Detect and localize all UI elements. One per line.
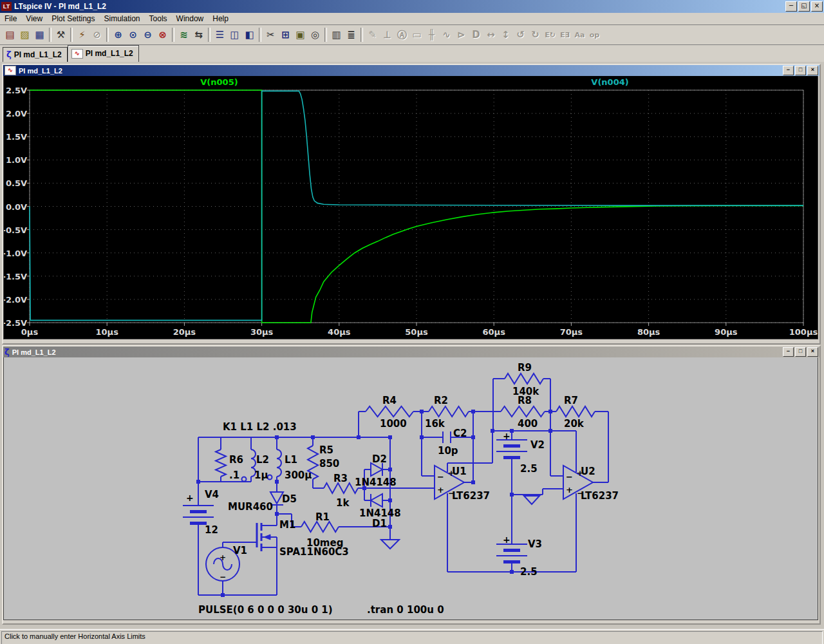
draw-wire-icon[interactable]: ✎ xyxy=(365,27,380,43)
component-symbol xyxy=(501,406,545,417)
schematic-label: 2.5 xyxy=(520,463,538,475)
toolbar-separator xyxy=(259,28,261,42)
waveform-minimize-button[interactable]: − xyxy=(783,66,794,75)
cut-icon[interactable]: ✂ xyxy=(263,27,278,43)
schematic-minimize-button[interactable]: − xyxy=(783,347,794,357)
waveform-plot-area[interactable]: 0µs10µs20µs30µs40µs50µs60µs70µs80µs90µs1… xyxy=(3,76,818,339)
schematic-label: + xyxy=(437,485,444,495)
menu-view[interactable]: View xyxy=(21,14,47,24)
component-circle xyxy=(268,475,272,480)
paste-icon[interactable]: ▣ xyxy=(293,27,308,43)
schematic-maximize-button[interactable]: □ xyxy=(795,347,806,357)
app-close-button[interactable]: × xyxy=(811,1,823,12)
halt-simulation-icon[interactable]: ⊘ xyxy=(89,27,104,43)
schematic-label: − xyxy=(577,489,583,498)
drag-icon[interactable]: ↕ xyxy=(498,27,513,43)
control-panel-icon[interactable]: ⚒ xyxy=(53,27,68,43)
schematic-label: R5 xyxy=(319,444,333,456)
waveform-close-button[interactable]: × xyxy=(807,66,818,75)
battery-plate xyxy=(190,510,207,513)
zoom-full-extents-icon[interactable]: ⊙ xyxy=(126,27,140,43)
find-icon[interactable]: ◎ xyxy=(308,27,323,43)
tab-schematic[interactable]: ζ PI md_L1_L2 xyxy=(3,47,68,62)
place-diode-icon[interactable]: ⊳ xyxy=(454,27,469,43)
schematic-label: + xyxy=(448,469,454,478)
place-capacitor-icon[interactable]: ╫ xyxy=(424,27,439,43)
menu-tools[interactable]: Tools xyxy=(145,14,172,24)
zoom-back-icon[interactable]: ⊗ xyxy=(155,27,170,43)
zoom-out-icon[interactable]: ⊖ xyxy=(140,27,155,43)
print-preview-icon[interactable]: ▥ xyxy=(329,27,344,43)
place-ground-icon[interactable]: ⟂ xyxy=(380,27,395,43)
tab-schematic-label: PI md_L1_L2 xyxy=(14,50,62,59)
menu-file[interactable]: File xyxy=(0,14,21,24)
new-schematic-icon[interactable]: ▤ xyxy=(3,27,17,43)
x-tick-label: 70µs xyxy=(560,327,583,337)
menu-simulation[interactable]: Simulation xyxy=(100,14,145,24)
junction-dot xyxy=(388,468,392,471)
app-minimize-button[interactable]: − xyxy=(785,1,797,12)
y-tick-label: 2.0V xyxy=(6,109,27,118)
zoom-in-icon[interactable]: ⊕ xyxy=(111,27,126,43)
mirror-icon[interactable]: EƎ xyxy=(557,27,572,43)
waveform-maximize-button[interactable]: □ xyxy=(795,66,806,75)
y-tick-label: 2.5V xyxy=(6,86,27,95)
junction-dot xyxy=(510,570,514,574)
tile-vertically-icon[interactable]: ◧ xyxy=(242,27,257,43)
copy-icon[interactable]: ⊞ xyxy=(278,27,293,43)
spice-directive-icon[interactable]: op xyxy=(587,27,602,43)
open-file-icon[interactable]: ▨ xyxy=(17,27,32,43)
schematic-label: 1000 xyxy=(380,418,407,430)
autorange-y-axis-icon[interactable]: ≋ xyxy=(176,27,191,43)
schematic-label: D1 xyxy=(372,518,387,529)
schematic-canvas-area[interactable]: K1 L1 L2 .013R6.1L21µL1300µR5850V412+MUR… xyxy=(3,357,818,620)
schematic-label: 16k xyxy=(425,418,445,430)
tab-waveform[interactable]: ∿ PI md_L1_L2 xyxy=(68,45,139,62)
junction-dot xyxy=(471,480,475,484)
redo-icon[interactable]: ↻ xyxy=(528,27,543,43)
schematic-label: V4 xyxy=(205,489,219,500)
schematic-label: L2 xyxy=(256,454,269,466)
waveform-plot[interactable]: 0µs10µs20µs30µs40µs50µs60µs70µs80µs90µs1… xyxy=(4,76,818,339)
place-inductor-icon[interactable]: ∿ xyxy=(439,27,454,43)
schematic-label: + xyxy=(503,431,510,441)
place-component-icon[interactable]: D xyxy=(469,27,483,43)
junction-dot xyxy=(548,410,552,413)
waveform-window-titlebar[interactable]: ∿ PI md_L1_L2 − □ × xyxy=(3,65,819,76)
trace-label-V(n004): V(n004) xyxy=(591,77,628,87)
cascade-windows-icon[interactable]: ◫ xyxy=(227,27,242,43)
junction-dot xyxy=(221,593,225,597)
junction-dot xyxy=(388,435,392,439)
schematic-label: LT6237 xyxy=(452,490,490,502)
schematic-label: .1 xyxy=(229,469,239,481)
menu-help[interactable]: Help xyxy=(208,14,233,24)
save-icon[interactable]: ▦ xyxy=(32,27,47,43)
schematic-window-titlebar[interactable]: ζ PI md_L1_L2 − □ × xyxy=(3,346,819,357)
waveform-window-title: PI md_L1_L2 xyxy=(19,67,780,75)
manual-axis-limits-icon[interactable]: ⇆ xyxy=(191,27,206,43)
schematic-label: − xyxy=(220,573,226,582)
junction-dot xyxy=(471,410,475,413)
schematic-close-button[interactable]: × xyxy=(807,347,818,357)
component-symbol xyxy=(301,522,339,532)
schematic-label: D2 xyxy=(372,453,387,465)
undo-icon[interactable]: ↺ xyxy=(513,27,528,43)
junction-dot xyxy=(510,429,514,433)
rotate-icon[interactable]: E↻ xyxy=(543,27,557,43)
app-restore-button[interactable]: ◱ xyxy=(798,1,810,12)
run-simulation-icon[interactable]: ⚡ xyxy=(75,27,89,43)
schematic-canvas[interactable]: K1 L1 L2 .013R6.1L21µL1300µR5850V412+MUR… xyxy=(4,357,818,620)
x-tick-label: 90µs xyxy=(715,327,738,337)
move-icon[interactable]: ↔ xyxy=(483,27,498,43)
net-label-icon[interactable]: Ⓐ xyxy=(395,27,409,43)
place-resistor-icon[interactable]: ▭ xyxy=(409,27,424,43)
menu-window[interactable]: Window xyxy=(172,14,209,24)
place-text-icon[interactable]: Aa xyxy=(572,27,587,43)
tile-horizontally-icon[interactable]: ☰ xyxy=(212,27,227,43)
print-icon[interactable]: ≣ xyxy=(344,27,359,43)
x-tick-label: 50µs xyxy=(405,327,428,337)
menu-plot-settings[interactable]: Plot Settings xyxy=(47,14,99,24)
component-symbol xyxy=(324,483,358,493)
status-text: Click to manually enter Horizontal Axis … xyxy=(1,631,823,644)
schematic-label: V2 xyxy=(530,439,545,451)
